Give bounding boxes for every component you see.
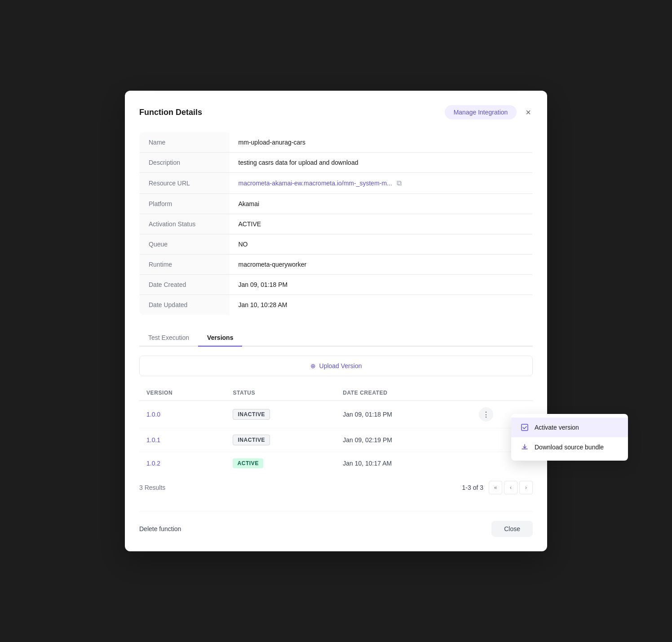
tab-test-execution[interactable]: Test Execution <box>139 330 198 347</box>
table-row: Activation Status ACTIVE <box>140 214 533 234</box>
value-activation-status: ACTIVE <box>230 214 533 234</box>
modal-title: Function Details <box>139 108 202 117</box>
close-button[interactable]: Close <box>491 521 533 537</box>
status-badge-active: ACTIVE <box>233 458 263 468</box>
value-date-updated: Jan 10, 10:28 AM <box>230 295 533 315</box>
table-row: Date Created Jan 09, 01:18 PM <box>140 275 533 295</box>
label-queue: Queue <box>140 234 230 255</box>
value-runtime: macrometa-queryworker <box>230 255 533 275</box>
table-row: Queue NO <box>140 234 533 255</box>
label-description: Description <box>140 153 230 173</box>
version-link-101[interactable]: 1.0.1 <box>146 436 160 444</box>
version-link-102[interactable]: 1.0.2 <box>146 460 160 467</box>
checkmark-icon <box>520 423 529 432</box>
pagination: 1-3 of 3 « ‹ › <box>462 481 533 494</box>
plus-circle-icon: ⊕ <box>310 362 316 369</box>
value-name: mm-upload-anurag-cars <box>230 132 533 153</box>
prev-page-button[interactable]: ‹ <box>504 481 517 494</box>
modal-overlay: Function Details Manage Integration × Na… <box>0 0 672 642</box>
table-row: Runtime macrometa-queryworker <box>140 255 533 275</box>
table-row: Name mm-upload-anurag-cars <box>140 132 533 153</box>
function-details-modal: Function Details Manage Integration × Na… <box>125 91 547 551</box>
activate-version-item[interactable]: Activate version <box>511 418 628 437</box>
versions-table: VERSION STATUS DATE CREATED 1.0.0 INACTI… <box>139 385 533 475</box>
label-runtime: Runtime <box>140 255 230 275</box>
value-resource-url: macrometa-akamai-ew.macrometa.io/mm-_sys… <box>230 173 533 194</box>
version-more-button[interactable]: ⋮ <box>479 407 493 422</box>
tab-versions[interactable]: Versions <box>198 330 242 347</box>
version-link-100[interactable]: 1.0.0 <box>146 411 160 418</box>
context-menu: Activate version Download source bundle <box>511 414 628 461</box>
label-platform: Platform <box>140 194 230 214</box>
resource-url-link[interactable]: macrometa-akamai-ew.macrometa.io/mm-_sys… <box>239 180 392 187</box>
download-icon <box>520 443 529 452</box>
delete-function-link[interactable]: Delete function <box>139 525 181 532</box>
col-status: STATUS <box>225 385 336 401</box>
version-date: Jan 10, 10:17 AM <box>336 452 471 475</box>
col-date-created: DATE CREATED <box>336 385 471 401</box>
results-count: 3 Results <box>139 484 165 491</box>
details-table: Name mm-upload-anurag-cars Description t… <box>139 132 533 315</box>
tabs-container: Test Execution Versions <box>139 330 533 347</box>
version-date: Jan 09, 02:19 PM <box>336 428 471 452</box>
version-row: 1.0.1 INACTIVE Jan 09, 02:19 PM <box>139 428 533 452</box>
col-version: VERSION <box>139 385 225 401</box>
table-row: Description testing casrs data for uploa… <box>140 153 533 173</box>
table-row: Platform Akamai <box>140 194 533 214</box>
label-resource-url: Resource URL <box>140 173 230 194</box>
modal-header: Function Details Manage Integration × <box>139 105 533 119</box>
status-badge-inactive: INACTIVE <box>233 409 270 420</box>
svg-rect-0 <box>522 424 528 431</box>
label-activation-status: Activation Status <box>140 214 230 234</box>
copy-url-icon[interactable]: ⧉ <box>397 179 402 187</box>
value-queue: NO <box>230 234 533 255</box>
first-page-button[interactable]: « <box>489 481 502 494</box>
upload-version-button[interactable]: ⊕ Upload Version <box>139 356 533 376</box>
manage-integration-button[interactable]: Manage Integration <box>445 105 517 119</box>
pagination-label: 1-3 of 3 <box>462 484 483 491</box>
value-platform: Akamai <box>230 194 533 214</box>
value-description: testing casrs data for upload and downlo… <box>230 153 533 173</box>
label-date-created: Date Created <box>140 275 230 295</box>
upload-version-label: Upload Version <box>319 362 362 369</box>
version-date: Jan 09, 01:18 PM <box>336 401 471 428</box>
label-name: Name <box>140 132 230 153</box>
value-date-created: Jan 09, 01:18 PM <box>230 275 533 295</box>
status-badge-inactive: INACTIVE <box>233 435 270 445</box>
header-actions: Manage Integration × <box>445 105 533 119</box>
table-row: Resource URL macrometa-akamai-ew.macrome… <box>140 173 533 194</box>
label-date-updated: Date Updated <box>140 295 230 315</box>
version-row: 1.0.2 ACTIVE Jan 10, 10:17 AM <box>139 452 533 475</box>
modal-footer: Delete function Close <box>139 511 533 537</box>
next-page-button[interactable]: › <box>519 481 533 494</box>
version-row: 1.0.0 INACTIVE Jan 09, 01:18 PM ⋮ <box>139 401 533 428</box>
download-source-bundle-label: Download source bundle <box>535 444 604 451</box>
col-actions <box>472 385 533 401</box>
activate-version-label: Activate version <box>535 424 579 431</box>
table-row: Date Updated Jan 10, 10:28 AM <box>140 295 533 315</box>
download-source-bundle-item[interactable]: Download source bundle <box>511 437 628 457</box>
table-footer: 3 Results 1-3 of 3 « ‹ › <box>139 475 533 501</box>
close-modal-button[interactable]: × <box>524 106 533 119</box>
